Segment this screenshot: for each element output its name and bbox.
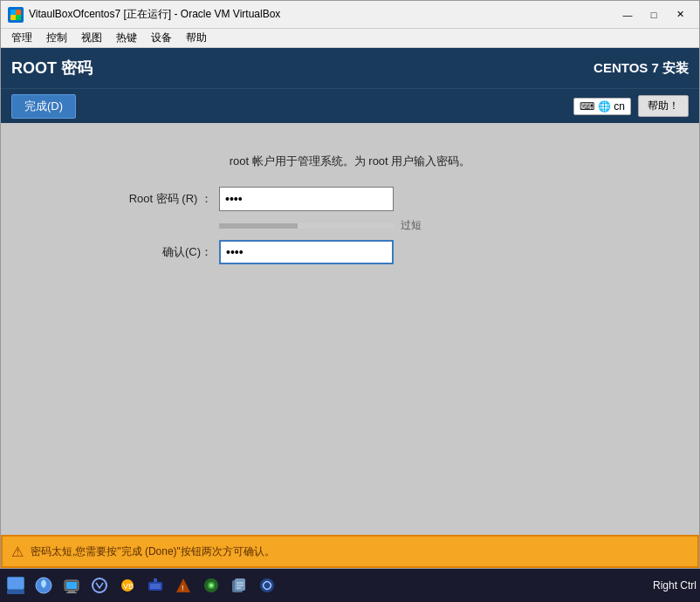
confirm-row: 确认(C)： xyxy=(106,240,594,264)
svg-point-12 xyxy=(93,578,106,592)
menu-view[interactable]: 视图 xyxy=(74,29,109,47)
svg-rect-23 xyxy=(235,578,245,591)
taskbar-icon-2[interactable] xyxy=(31,573,56,598)
menu-bar: 管理 控制 视图 热键 设备 帮助 xyxy=(1,29,699,48)
help-button[interactable]: 帮助！ xyxy=(638,95,689,117)
svg-rect-2 xyxy=(10,15,16,20)
taskbar-icon-9[interactable] xyxy=(227,573,251,598)
svg-rect-1 xyxy=(16,10,21,15)
window-controls: — □ ✕ xyxy=(615,5,692,24)
app-icon xyxy=(8,7,24,23)
menu-help[interactable]: 帮助 xyxy=(179,29,214,47)
window-wrapper: VitaulBoxOfcentos7 [正在运行] - Oracle VM Vi… xyxy=(0,0,700,602)
taskbar-icon-1[interactable] xyxy=(3,573,28,598)
content-area: root 帐户用于管理系统。为 root 用户输入密码。 Root 密码 (R)… xyxy=(1,123,699,535)
form-container: root 帐户用于管理系统。为 root 用户输入密码。 Root 密码 (R)… xyxy=(88,145,612,280)
taskbar-icon-5[interactable]: VB xyxy=(115,573,140,598)
form-description: root 帐户用于管理系统。为 root 用户输入密码。 xyxy=(106,154,594,169)
section-title: ROOT 密码 xyxy=(11,58,93,79)
close-button[interactable]: ✕ xyxy=(668,5,692,24)
svg-rect-16 xyxy=(150,584,161,589)
warning-bar: ⚠ 密码太短,您需要按"完成 (Done)"按钮两次方可确认。 xyxy=(1,535,699,568)
warning-text: 密码太短,您需要按"完成 (Done)"按钮两次方可确认。 xyxy=(31,544,275,559)
svg-rect-5 xyxy=(8,578,24,589)
section-header: ROOT 密码 CENTOS 7 安装 xyxy=(1,48,699,88)
svg-rect-3 xyxy=(16,15,21,20)
svg-rect-6 xyxy=(7,590,24,594)
svg-rect-0 xyxy=(10,10,16,15)
lang-label: 🌐 cn xyxy=(598,100,625,113)
password-input[interactable] xyxy=(219,187,394,211)
taskbar-icon-6[interactable] xyxy=(143,573,168,598)
taskbar-icon-4[interactable] xyxy=(87,573,112,598)
done-button[interactable]: 完成(D) xyxy=(11,94,76,119)
svg-rect-9 xyxy=(66,582,77,589)
svg-rect-10 xyxy=(68,591,75,592)
title-bar: VitaulBoxOfcentos7 [正在运行] - Oracle VM Vi… xyxy=(1,1,699,29)
strength-row: 过短 xyxy=(219,218,594,233)
taskbar-items: VB ! xyxy=(3,573,279,598)
menu-devices[interactable]: 设备 xyxy=(144,29,179,47)
svg-text:!: ! xyxy=(182,584,184,592)
taskbar-icon-10[interactable] xyxy=(255,573,279,598)
maximize-button[interactable]: □ xyxy=(642,5,666,24)
taskbar-icon-3[interactable] xyxy=(59,573,84,598)
password-row: Root 密码 (R) ： xyxy=(106,187,594,211)
taskbar-right: Right Ctrl xyxy=(653,579,697,592)
window-title: VitaulBoxOfcentos7 [正在运行] - Oracle VM Vi… xyxy=(29,7,615,22)
strength-bar xyxy=(219,223,394,229)
password-label: Root 密码 (R) ： xyxy=(106,191,219,207)
warning-icon: ⚠ xyxy=(11,544,24,560)
minimize-button[interactable]: — xyxy=(615,5,640,24)
menu-hotkeys[interactable]: 热键 xyxy=(109,29,144,47)
svg-point-21 xyxy=(209,584,213,587)
lang-icon: ⌨ xyxy=(580,100,594,113)
svg-rect-11 xyxy=(66,592,77,593)
lang-selector[interactable]: ⌨ 🌐 cn xyxy=(573,98,631,115)
svg-point-27 xyxy=(260,578,274,592)
install-title: CENTOS 7 安装 xyxy=(594,60,689,77)
confirm-input[interactable] xyxy=(219,240,394,264)
main-window: VitaulBoxOfcentos7 [正在运行] - Oracle VM Vi… xyxy=(0,0,700,569)
toolbar: 完成(D) ⌨ 🌐 cn 帮助！ xyxy=(1,88,699,123)
confirm-label: 确认(C)： xyxy=(106,244,219,260)
strength-label: 过短 xyxy=(401,218,422,233)
taskbar: VB ! xyxy=(0,569,700,602)
menu-control[interactable]: 控制 xyxy=(39,29,74,47)
svg-text:VB: VB xyxy=(123,582,134,591)
taskbar-icon-8[interactable] xyxy=(199,573,223,598)
strength-fill xyxy=(219,223,298,229)
menu-manage[interactable]: 管理 xyxy=(4,29,39,47)
taskbar-icon-7[interactable]: ! xyxy=(171,573,196,598)
right-ctrl-label: Right Ctrl xyxy=(653,579,697,592)
